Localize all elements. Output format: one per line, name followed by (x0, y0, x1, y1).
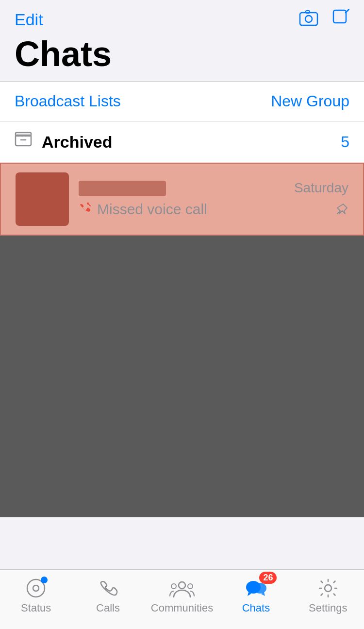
svg-point-1 (305, 16, 312, 22)
nav-item-status[interactable]: Status (7, 578, 65, 614)
header-icons (299, 9, 349, 30)
calls-icon (97, 578, 118, 599)
edit-button[interactable]: Edit (15, 10, 43, 29)
archived-label: Archived (42, 133, 331, 152)
nav-item-communities[interactable]: Communities (151, 578, 213, 614)
broadcast-lists-button[interactable]: Broadcast Lists (15, 92, 121, 110)
nav-label-status: Status (21, 602, 51, 614)
svg-rect-2 (306, 11, 310, 13)
header: Edit (0, 0, 364, 30)
svg-rect-3 (333, 10, 346, 23)
communities-icon (169, 578, 195, 599)
nav-item-settings[interactable]: Settings (299, 578, 357, 614)
svg-point-13 (179, 582, 185, 589)
archived-count: 5 (341, 133, 349, 151)
settings-icon (317, 578, 339, 599)
chat-name-bar (79, 181, 166, 196)
svg-point-12 (33, 585, 39, 591)
nav-item-chats[interactable]: 26 Chats (227, 578, 285, 614)
chat-preview: Missed voice call (79, 201, 284, 218)
svg-rect-7 (16, 133, 31, 136)
svg-point-15 (188, 584, 193, 589)
action-row: Broadcast Lists New Group (0, 82, 364, 121)
chat-item[interactable]: Missed voice call Saturday (0, 163, 364, 236)
svg-line-5 (347, 9, 349, 12)
bottom-nav: Status Calls Communities (0, 569, 364, 629)
compose-icon[interactable] (332, 9, 349, 30)
chats-badge: 26 (259, 572, 277, 584)
svg-point-17 (254, 583, 266, 594)
svg-rect-0 (300, 13, 317, 25)
nav-label-settings: Settings (309, 602, 347, 614)
avatar (16, 172, 69, 226)
chat-content: Missed voice call (79, 181, 284, 218)
missed-call-icon (79, 201, 92, 218)
title-section: Chats (0, 30, 364, 81)
nav-label-communities: Communities (151, 602, 213, 614)
nav-label-chats: Chats (242, 602, 270, 614)
blurred-content (0, 236, 364, 517)
nav-label-calls: Calls (96, 602, 120, 614)
archive-icon (15, 131, 32, 153)
svg-point-18 (325, 585, 331, 592)
chat-meta: Saturday (294, 180, 348, 219)
archived-row[interactable]: Archived 5 (0, 121, 364, 163)
nav-item-calls[interactable]: Calls (79, 578, 137, 614)
camera-icon[interactable] (299, 9, 318, 30)
svg-point-14 (171, 584, 176, 589)
pin-icon (336, 203, 348, 219)
new-group-button[interactable]: New Group (271, 92, 349, 110)
chat-time: Saturday (294, 180, 348, 196)
page-title: Chats (15, 35, 349, 73)
chat-preview-text: Missed voice call (97, 201, 207, 218)
